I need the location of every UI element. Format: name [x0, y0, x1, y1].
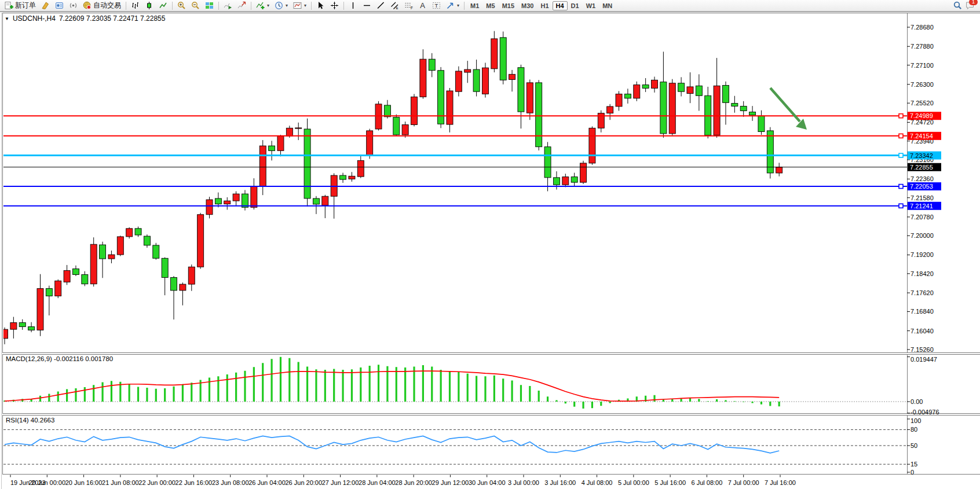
notifications-chat-button[interactable]: 1 — [966, 1, 974, 10]
chart-symbol-period: USDCNH-,H4 — [13, 14, 56, 23]
horizontal-line-tool[interactable] — [360, 1, 374, 11]
timeframe-h4-button[interactable]: H4 — [553, 1, 568, 10]
clock-icon — [275, 1, 283, 10]
equidistant-channel-tool[interactable]: E — [388, 1, 401, 11]
timeframe-w1-button[interactable]: W1 — [583, 1, 599, 10]
timeframe-group: M1M5M15M30H1H4D1W1MN — [467, 1, 616, 10]
trendline-tool[interactable] — [374, 1, 387, 11]
zoom-out-icon — [191, 1, 200, 10]
svg-text:4 Jul 08:00: 4 Jul 08:00 — [582, 479, 613, 486]
zoom-out-button[interactable] — [189, 1, 202, 11]
chart-shift-icon — [237, 1, 246, 10]
tile-windows-button[interactable] — [203, 1, 216, 11]
tile-windows-icon — [205, 1, 214, 10]
toolbar-separator — [343, 2, 344, 10]
svg-text:20 Jun 16:00: 20 Jun 16:00 — [65, 479, 103, 486]
bar-chart-icon — [131, 1, 140, 10]
toolbar-separator — [311, 2, 312, 10]
metaeditor-button[interactable] — [39, 1, 52, 11]
text-label-tool[interactable]: T — [430, 1, 443, 11]
arrows-tool[interactable]: ▾ — [444, 1, 462, 11]
zoom-in-button[interactable] — [175, 1, 188, 11]
crosshair-icon — [330, 1, 339, 10]
hline-handle — [899, 153, 903, 157]
toolbar-separator — [126, 2, 126, 10]
dropdown-caret: ▾ — [304, 3, 306, 8]
periods-button[interactable]: ▾ — [272, 1, 290, 11]
timeframe-d1-button[interactable]: D1 — [568, 1, 583, 10]
toolbar-separator — [464, 2, 465, 10]
macd-axis-labels: 0.0194470.00-0.004976 — [907, 356, 939, 416]
toolbar-separator — [251, 2, 251, 10]
main-toolbar: 新订单 自动交易 — [0, 0, 980, 12]
svg-text:7.21241: 7.21241 — [910, 203, 933, 209]
svg-text:7.24989: 7.24989 — [910, 112, 933, 119]
timeframe-m30-button[interactable]: M30 — [518, 1, 537, 10]
timeframe-m15-button[interactable]: M15 — [499, 1, 518, 10]
new-order-label: 新订单 — [15, 1, 36, 10]
chart-ohlc-values: 7.22609 7.23035 7.22471 7.22855 — [59, 14, 166, 23]
svg-text:28 Jun 04:00: 28 Jun 04:00 — [359, 479, 396, 486]
svg-text:7.23342: 7.23342 — [910, 152, 933, 159]
rsi-axis-labels: 1008050150 — [907, 417, 921, 476]
svg-text:29 Jun 12:00: 29 Jun 12:00 — [432, 479, 469, 486]
chart-canvas[interactable]: 7.286807.278807.271007.263007.255207.247… — [0, 0, 980, 489]
timeframe-m1-button[interactable]: M1 — [467, 1, 482, 10]
fibonacci-icon: F — [404, 1, 413, 10]
signals-button[interactable] — [67, 1, 80, 11]
svg-text:3 Jul 00:00: 3 Jul 00:00 — [508, 479, 539, 486]
cursor-tool-button[interactable] — [314, 1, 327, 11]
candlestick-mode-button[interactable] — [142, 1, 156, 11]
crosshair-tool-button[interactable] — [328, 1, 341, 11]
horizontal-line-icon — [363, 1, 371, 10]
indicators-icon — [256, 1, 265, 10]
timeframe-m5-button[interactable]: M5 — [482, 1, 498, 10]
toolbar-separator — [172, 2, 173, 10]
svg-text:7.22855: 7.22855 — [910, 164, 933, 171]
svg-text:7.19200: 7.19200 — [910, 251, 934, 258]
zoom-in-icon — [177, 1, 186, 10]
new-order-button[interactable]: 新订单 — [2, 1, 38, 11]
templates-button[interactable]: ▾ — [291, 1, 309, 11]
fibonacci-tool[interactable]: F — [402, 1, 415, 11]
autotrading-icon — [83, 1, 92, 10]
chart-dropdown-icon[interactable]: ▼ — [5, 16, 9, 21]
svg-text:20 Jun 00:00: 20 Jun 00:00 — [28, 479, 65, 486]
svg-text:T: T — [435, 2, 438, 9]
svg-text:30 Jun 04:00: 30 Jun 04:00 — [469, 479, 506, 486]
hline-handle — [899, 185, 903, 189]
svg-text:21 Jun 08:00: 21 Jun 08:00 — [102, 479, 139, 486]
dropdown-caret: ▾ — [286, 3, 288, 8]
auto-scroll-button[interactable] — [221, 1, 235, 11]
cursor-icon — [316, 1, 325, 10]
svg-text:5 Jul 16:00: 5 Jul 16:00 — [654, 479, 686, 486]
time-axis-labels: 19 Jun 202320 Jun 00:0020 Jun 16:0021 Ju… — [10, 475, 796, 487]
signals-icon — [69, 1, 78, 10]
search-icon[interactable] — [953, 1, 962, 10]
chart-shift-button[interactable] — [235, 1, 248, 11]
line-chart-mode-button[interactable] — [156, 1, 170, 11]
svg-text:7.17620: 7.17620 — [910, 289, 934, 296]
svg-text:0.019447: 0.019447 — [910, 356, 937, 363]
svg-text:7.16040: 7.16040 — [910, 328, 934, 334]
auto-scroll-icon — [224, 1, 232, 10]
candlestick-icon — [145, 1, 153, 10]
toolbar-right-group: 1 — [953, 1, 978, 10]
svg-text:3 Jul 16:00: 3 Jul 16:00 — [544, 479, 576, 486]
market-watch-button[interactable] — [53, 1, 66, 11]
svg-text:26 Jun 20:00: 26 Jun 20:00 — [285, 479, 322, 486]
bar-chart-mode-button[interactable] — [129, 1, 142, 11]
timeframe-mn-button[interactable]: MN — [599, 1, 616, 10]
macd-indicator-label: MACD(12,26,9) -0.002116 0.001780 — [6, 355, 113, 362]
autotrading-button[interactable]: 自动交易 — [81, 1, 123, 11]
channel-icon: E — [390, 1, 399, 10]
svg-text:0: 0 — [910, 469, 914, 476]
timeframe-h1-button[interactable]: H1 — [537, 1, 552, 10]
text-tool[interactable]: A — [416, 1, 429, 11]
svg-text:E: E — [396, 6, 398, 10]
svg-text:7.20000: 7.20000 — [910, 232, 934, 239]
dropdown-caret: ▾ — [457, 3, 459, 8]
vertical-line-tool[interactable] — [346, 1, 360, 11]
indicators-button[interactable]: ▾ — [254, 1, 272, 11]
svg-text:7.16840: 7.16840 — [910, 308, 934, 315]
